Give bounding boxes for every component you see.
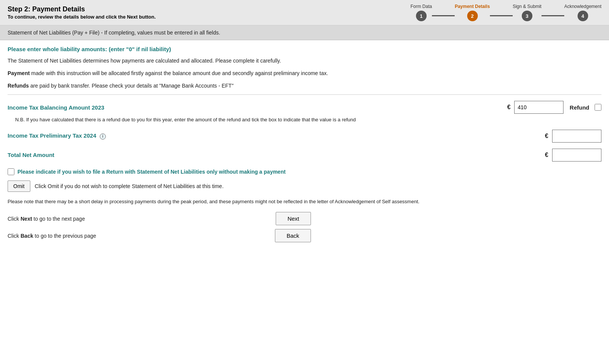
step-4: Acknowledgement 4 xyxy=(564,4,601,21)
field-2-label: Income Tax Preliminary Tax 2024 i xyxy=(8,132,545,139)
para-3-bold: Refunds xyxy=(8,83,29,89)
field-row-1: Income Tax Balancing Amount 2023 € Refun… xyxy=(8,101,601,114)
file-only-checkbox[interactable] xyxy=(8,168,14,175)
nb-note: N.B. If you have calculated that there i… xyxy=(15,116,601,124)
para-3: Refunds are paid by bank transfer. Pleas… xyxy=(8,82,601,90)
step-connector-2-3 xyxy=(490,15,513,16)
step-4-circle: 4 xyxy=(578,11,588,21)
total-net-amount-input[interactable] xyxy=(552,149,601,162)
preliminary-tax-input[interactable] xyxy=(552,130,601,143)
euro-symbol-1: € xyxy=(507,104,510,111)
field-2-right: € xyxy=(545,130,601,143)
field-3-right: € xyxy=(545,149,601,162)
step-3-circle: 3 xyxy=(522,11,532,21)
file-only-checkbox-row: Please indicate if you wish to file a Re… xyxy=(8,168,601,175)
refund-checkbox[interactable] xyxy=(595,104,601,111)
omit-text: Click Omit if you do not wish to complet… xyxy=(35,183,224,189)
step-connector-3-4 xyxy=(542,15,564,16)
section-subtitle-text: - If completing, values must be entered … xyxy=(99,30,220,36)
section-title-bar: Statement of Net Liabilities (Pay + File… xyxy=(0,25,609,40)
omit-row: Omit Click Omit if you do not wish to co… xyxy=(8,180,601,192)
step-1: Form Data 1 xyxy=(410,4,432,21)
file-only-label[interactable]: Please indicate if you wish to file a Re… xyxy=(17,169,286,175)
divider-1 xyxy=(8,94,601,95)
section-title-text: Statement of Net Liabilities (Pay + File… xyxy=(8,30,99,36)
page-header: Step 2: Payment Details To continue, rev… xyxy=(0,0,609,25)
refund-label: Refund xyxy=(570,104,589,111)
step-3-label: Sign & Submit xyxy=(513,4,542,9)
step-2-label: Payment Details xyxy=(455,4,490,9)
back-button[interactable]: Back xyxy=(275,229,311,242)
euro-symbol-3: € xyxy=(545,152,548,158)
step-subtitle: To continue, review the details below an… xyxy=(8,14,156,20)
back-label: Click Back to go to the previous page xyxy=(8,233,96,239)
income-tax-balancing-input[interactable] xyxy=(514,101,563,114)
field-row-2: Income Tax Preliminary Tax 2024 i € xyxy=(8,130,601,143)
euro-symbol-2: € xyxy=(545,133,548,140)
step-3: Sign & Submit 3 xyxy=(513,4,542,21)
info-icon[interactable]: i xyxy=(100,133,106,140)
step-2: Payment Details 2 xyxy=(455,4,490,21)
para-3-rest: are paid by bank transfer. Please check … xyxy=(29,83,234,89)
field-1-right: € Refund xyxy=(507,101,601,114)
intro-heading-bold: (enter "0" if nil liability) xyxy=(109,46,171,52)
notice-text: Please note that there may be a short de… xyxy=(8,198,601,206)
para-2-rest: made with this instruction will be alloc… xyxy=(30,70,328,76)
intro-heading: Please enter whole liability amounts: (e… xyxy=(8,46,601,52)
para-2: Payment made with this instruction will … xyxy=(8,69,601,77)
field-row-3: Total Net Amount € xyxy=(8,149,601,162)
field-3-label: Total Net Amount xyxy=(8,152,545,158)
para-1: The Statement of Net Liabilities determi… xyxy=(8,57,601,65)
next-label: Click Next to go to the next page xyxy=(8,216,85,222)
step-2-circle: 2 xyxy=(467,11,478,21)
step-1-label: Form Data xyxy=(410,4,432,9)
step-1-circle: 1 xyxy=(416,11,427,21)
para-2-bold: Payment xyxy=(8,70,30,76)
back-row: Click Back to go to the previous page Ba… xyxy=(8,229,311,242)
step-indicator: Form Data 1 Payment Details 2 Sign & Sub… xyxy=(410,4,601,21)
step-4-label: Acknowledgement xyxy=(564,4,601,9)
next-button[interactable]: Next xyxy=(276,212,311,225)
next-row: Click Next to go to the next page Next xyxy=(8,212,311,225)
intro-heading-text: Please enter whole liability amounts: xyxy=(8,46,107,52)
omit-button[interactable]: Omit xyxy=(8,180,30,192)
main-content: Please enter whole liability amounts: (e… xyxy=(0,40,609,252)
step-title-block: Step 2: Payment Details To continue, rev… xyxy=(8,5,156,20)
step-title: Step 2: Payment Details xyxy=(8,5,156,13)
field-1-label: Income Tax Balancing Amount 2023 xyxy=(8,104,507,111)
step-connector-1-2 xyxy=(432,15,455,16)
